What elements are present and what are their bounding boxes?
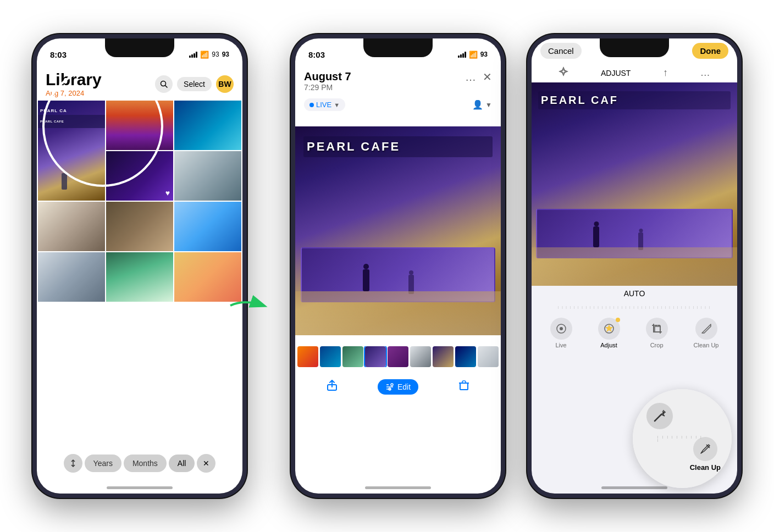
photo-cell-arch[interactable]	[174, 151, 241, 201]
person-tag-button[interactable]: 👤 ▼	[472, 99, 492, 110]
bottom-tools-row: Live Adjust	[532, 313, 737, 348]
nav-icon[interactable]	[559, 66, 568, 79]
all-filter[interactable]: All	[169, 455, 195, 472]
photo-cell-main[interactable]: PEARL CA PEARL CAFE	[38, 101, 105, 201]
years-filter[interactable]: Years	[85, 455, 121, 472]
photo-cell-ocean2[interactable]	[174, 202, 241, 251]
phone1-time: 8:03	[50, 50, 67, 59]
cleanup-popup-circle: | | | | | | | | | | | Clean Up	[633, 389, 732, 488]
film-thumb-7[interactable]	[433, 346, 454, 367]
favorite-icon: ♥	[165, 189, 170, 197]
more-edit-button[interactable]: …	[700, 67, 710, 79]
photo-cell-green-dome[interactable]	[106, 252, 173, 302]
avatar-button[interactable]: BW	[216, 75, 234, 93]
phone1-screen: 8:03 📶 93 93 Library Aug 7	[37, 38, 242, 494]
search-button[interactable]	[155, 75, 173, 93]
library-header: Library Aug 7, 2024 Select BW	[37, 66, 242, 99]
phone1-home-indicator	[107, 486, 173, 489]
slider-ticks: | | | | | | | | | | | | | | | | | | | | …	[543, 306, 726, 309]
cleanup-label: Clean Up	[690, 463, 721, 472]
film-thumb-1[interactable]	[297, 346, 318, 367]
photo-meta-bar: LIVE ▼ 👤 ▼	[295, 96, 501, 115]
film-thumb-5[interactable]	[388, 346, 408, 367]
photo-detail-header: August 7 7:29 PM … ✕	[295, 66, 501, 96]
photo-cell-ocean[interactable]	[106, 101, 173, 150]
signal-icon	[189, 52, 197, 58]
cleanup-tool-label: Clean Up	[694, 342, 719, 348]
svg-point-20	[663, 413, 664, 414]
film-thumb-9[interactable]	[478, 346, 499, 367]
live-tool-label: Live	[555, 342, 566, 348]
adjust-tool-label: Adjust	[600, 342, 617, 348]
phone1-library: 8:03 📶 93 93 Library Aug 7	[32, 34, 247, 498]
done-button[interactable]: Done	[692, 43, 728, 59]
sort-button[interactable]	[64, 454, 82, 473]
share-button[interactable]	[326, 379, 338, 395]
phone2-wifi-icon: 📶	[469, 51, 478, 59]
svg-line-16	[655, 414, 661, 421]
action-row: Edit	[295, 373, 501, 401]
phone2-notch	[363, 38, 433, 57]
more-options-button[interactable]: …	[465, 71, 476, 84]
auto-label: AUTO	[532, 286, 737, 301]
live-tool[interactable]: Live	[550, 318, 572, 348]
phone3-notch	[600, 38, 669, 57]
crop-tool[interactable]: Crop	[646, 318, 668, 348]
photo-date: August 7	[304, 70, 351, 83]
cleanup-icon-group[interactable]: Clean Up	[690, 437, 721, 472]
crop-tool-label: Crop	[650, 342, 664, 348]
cleanup-tool[interactable]: Clean Up	[694, 318, 719, 348]
delete-button[interactable]	[458, 379, 470, 395]
bottom-filter-bar: Years Months All ✕	[37, 450, 242, 477]
phone2-status-icons: 📶 93	[458, 51, 488, 59]
green-arrow-icon	[228, 293, 272, 318]
svg-rect-15	[655, 326, 660, 332]
main-photo: PEARL CAFE	[295, 126, 501, 335]
photo-cell-blue[interactable]	[174, 101, 241, 150]
phone1-notch	[105, 38, 174, 57]
film-strip	[295, 346, 501, 367]
photo-cell-dome[interactable]	[38, 252, 105, 302]
svg-point-19	[665, 412, 666, 413]
close-button[interactable]: ✕	[483, 70, 492, 84]
film-thumb-6[interactable]	[410, 346, 431, 367]
photo-cell-purple[interactable]: ♥	[106, 151, 173, 201]
share-edit-button[interactable]: ↑	[663, 67, 668, 79]
phone3-screen: Cancel ↺ ↻ Done ADJUST ↑ …	[532, 38, 737, 494]
svg-point-8	[391, 384, 393, 386]
adjust-tab-label[interactable]: ADJUST	[601, 69, 631, 77]
svg-line-1	[165, 85, 168, 87]
close-filter-button[interactable]: ✕	[197, 454, 215, 473]
film-thumb-4[interactable]	[365, 346, 386, 367]
phone3-edit: Cancel ↺ ↻ Done ADJUST ↑ …	[527, 34, 742, 498]
photo-time: 7:29 PM	[304, 83, 351, 92]
phone3-home-indicator	[601, 486, 667, 489]
film-thumb-2[interactable]	[320, 346, 341, 367]
cancel-button[interactable]: Cancel	[540, 43, 582, 59]
months-filter[interactable]: Months	[124, 455, 167, 472]
battery-icon: 93	[212, 51, 219, 58]
phone1-status-icons: 📶 93 93	[189, 51, 229, 59]
adjust-tool[interactable]: Adjust	[598, 318, 620, 348]
library-date: Aug 7, 2024	[46, 89, 102, 97]
wifi-icon: 📶	[200, 51, 209, 59]
live-badge[interactable]: LIVE ▼	[304, 98, 345, 111]
main-photo-edit: PEARL CAF	[532, 82, 737, 286]
phone2-home-indicator	[365, 486, 431, 489]
edit-tools-row: ADJUST ↑ …	[532, 63, 737, 82]
select-button[interactable]: Select	[177, 77, 212, 91]
svg-rect-10	[460, 383, 468, 390]
photo-cell-staircase[interactable]	[38, 202, 105, 251]
photo-cell-interior[interactable]	[106, 202, 173, 251]
phones-wrapper: 8:03 📶 93 93 Library Aug 7	[32, 34, 742, 498]
film-thumb-3[interactable]	[342, 346, 363, 367]
phone2-detail: 8:03 📶 93 August 7 7:29 PM	[291, 34, 505, 498]
svg-point-18	[663, 410, 664, 411]
slider-area: | | | | | | | | | | | | | | | | | | | | …	[532, 301, 737, 313]
phone2-signal-icon	[458, 52, 466, 58]
magic-wand-button[interactable]	[646, 403, 673, 429]
phone2-time: 8:03	[308, 50, 325, 59]
film-thumb-8[interactable]	[455, 346, 476, 367]
edit-button[interactable]: Edit	[378, 379, 418, 395]
photo-grid: PEARL CA PEARL CAFE	[37, 99, 242, 303]
